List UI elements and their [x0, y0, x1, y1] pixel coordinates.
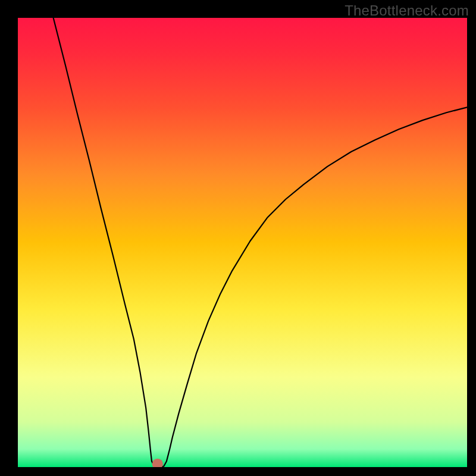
plot-area: [18, 18, 467, 467]
bottleneck-curve: [18, 18, 467, 467]
watermark-text: TheBottleneck.com: [345, 2, 469, 19]
svg-point-1: [152, 459, 163, 467]
